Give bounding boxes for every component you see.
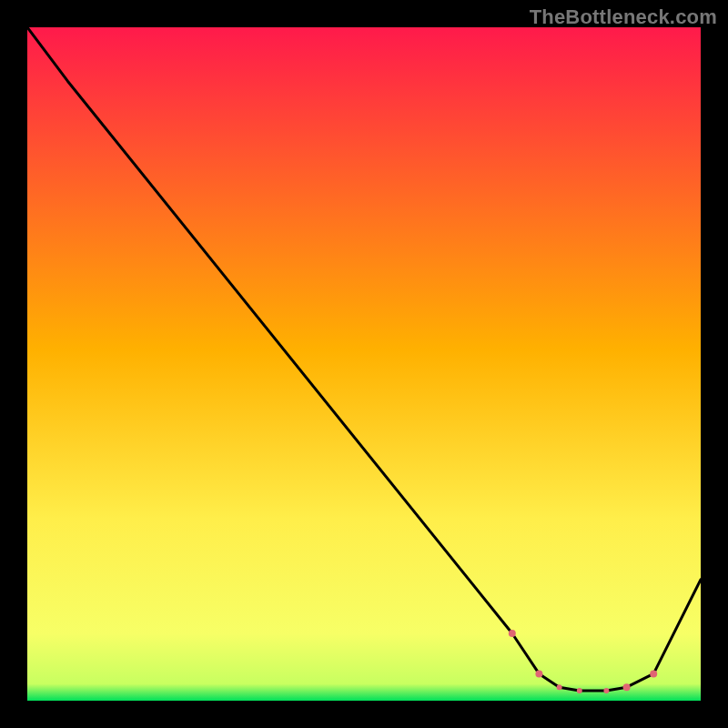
chart-container: { "source_label": "TheBottleneck.com", "… [0,0,728,728]
gradient-background [27,27,701,701]
marker-point [535,670,542,677]
marker-point [650,670,657,677]
marker-point [557,684,562,690]
marker-point [623,683,631,691]
marker-point [603,688,609,693]
chart-plot [27,27,701,701]
marker-point [577,688,582,693]
source-label: TheBottleneck.com [530,5,717,29]
marker-point [509,630,516,637]
